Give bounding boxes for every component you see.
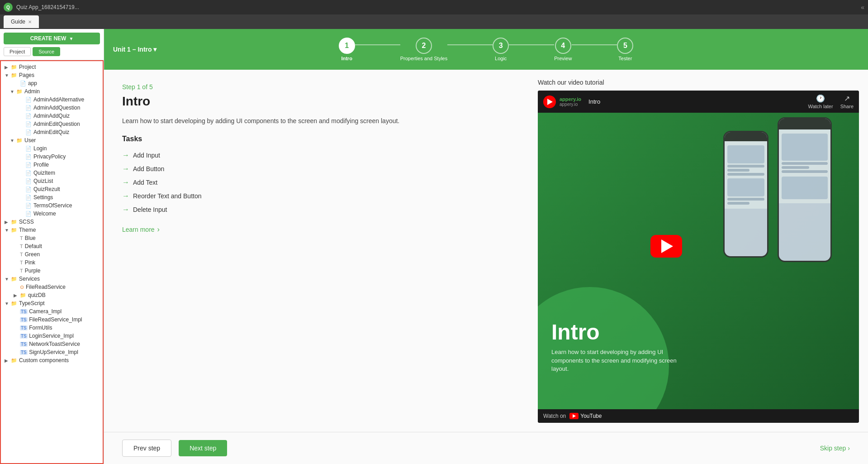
appery-label: appery.io [560,96,581,102]
step-label-1: Intro [341,56,352,61]
sidebar-item-services[interactable]: ▼ 📁 Services [1,275,103,283]
list-item[interactable]: ▶ 📁 quizDB [1,291,103,299]
steps-header: Unit 1 – Intro ▾ 1 Intro 2 Properties an… [104,29,868,70]
tab-close-icon[interactable]: ✕ [28,19,32,24]
list-item[interactable]: ▶📄AdminAddAlternative [1,96,103,104]
list-item[interactable]: ▶📄QuizList [1,177,103,185]
sidebar-item-admin[interactable]: ▼ 📁 Admin [1,87,103,96]
list-item[interactable]: ▶TS SignUpService_Impl [1,348,103,356]
step-connector [572,44,617,45]
list-item[interactable]: ▶📄Login [1,144,103,153]
watch-later-button[interactable]: 🕐 Watch later [808,94,833,109]
learn-more-link[interactable]: Learn more › [122,225,511,234]
sidebar-item-user[interactable]: ▼ 📁 User [1,136,103,144]
page-icon: 📄 [25,154,32,160]
video-bottom-bar: Watch on YouTube [538,409,859,423]
page-icon: 📄 [25,187,32,192]
list-item[interactable]: ▶TDefault [1,242,103,250]
guide-right: Watch our video tutorial appery.io apper… [529,70,868,432]
list-item[interactable]: ▶TS NetworkToastService [1,340,103,348]
sidebar-item-typescript[interactable]: ▼ 📁 TypeScript [1,299,103,307]
step-2[interactable]: 2 Properties and Styles [400,38,448,61]
list-item[interactable]: ▶📄AdminEditQuiz [1,128,103,136]
list-item[interactable]: ▶📄AdminEditQuestion [1,120,103,128]
play-button[interactable] [650,235,682,258]
step-3[interactable]: 3 Logic [493,38,509,61]
tasks-title: Tasks [122,135,511,143]
arrow-icon: ▶ [5,65,10,70]
list-item[interactable]: ▶📄Welcome [1,210,103,218]
step-connector [447,44,493,45]
sidebar-item-project[interactable]: ▶ 📁 Project [1,63,103,71]
guide-description: Learn how to start developing by adding … [122,116,511,126]
video-top-left: appery.io appery.io Intro [543,96,600,108]
list-item[interactable]: ▶TS Camera_Impl [1,307,103,316]
sidebar-item-app[interactable]: ▶ 📄 app [1,79,103,87]
phone-2 [778,117,832,262]
appery-sub: appery.io [560,102,581,107]
collapse-icon[interactable]: « [861,4,864,11]
arrow-icon: ▼ [10,89,15,94]
skip-step-button[interactable]: Skip step › [820,445,850,452]
step-label-3: Logic [495,56,507,61]
skip-step-label: Skip step [820,445,846,452]
step-1[interactable]: 1 Intro [339,38,355,61]
folder-icon: 📁 [20,292,26,298]
list-item[interactable]: ▶TBlue [1,234,103,242]
step-connector [509,44,554,45]
share-button[interactable]: ↗ Share [840,94,854,109]
list-item[interactable]: ▶TPink [1,258,103,267]
sidebar-item-theme[interactable]: ▼ 📁 Theme [1,226,103,234]
task-item-4: → Reorder Text and Button [122,189,511,203]
guide-title: Intro [122,94,511,109]
list-item[interactable]: ▶TGreen [1,250,103,258]
step-circle-1: 1 [339,38,355,54]
app-title: Quiz App_16824154719... [16,4,861,10]
ts-icon: TS [20,334,28,339]
play-icon [573,414,576,418]
step-circle-2: 2 [416,38,432,54]
list-item[interactable]: ▶📄AdminAddQuiz [1,112,103,120]
page-icon: 📄 [25,162,32,168]
page-icon: 📄 [25,178,32,184]
folder-icon: 📁 [11,276,17,282]
sidebar-item-scss[interactable]: ▶ 📁 SCSS [1,218,103,226]
list-item[interactable]: ▶📄PrivacyPolicy [1,153,103,161]
step-5[interactable]: 5 Tester [617,38,633,61]
arrow-icon: ▼ [5,228,10,233]
step-4[interactable]: 4 Preview [554,38,572,61]
create-new-button[interactable]: CREATE NEW ▼ [4,33,100,44]
prev-step-button[interactable]: Prev step [122,440,171,457]
list-item[interactable]: ▶TS LoginService_Impl [1,332,103,340]
sidebar-item-profile[interactable]: ▶📄Profile [1,161,103,169]
arrow-icon: ▶ [14,293,19,298]
ts-icon: TS [20,309,28,314]
list-item[interactable]: ▶📄TermsOfService [1,201,103,210]
video-container: appery.io appery.io Intro 🕐 Watch later [538,91,859,423]
overlay-desc: Learn how to start developing by adding … [551,348,678,373]
folder-icon: 📁 [11,227,17,233]
list-item[interactable]: ▶📄Settings [1,193,103,201]
next-step-button[interactable]: Next step [179,440,227,456]
phone-img [727,178,764,196]
list-item[interactable]: ▶TPurple [1,267,103,275]
source-tab-button[interactable]: Source [33,47,60,56]
page-icon: 📄 [25,203,32,209]
project-tab-button[interactable]: Project [4,47,31,56]
sidebar-item-custom-components[interactable]: ▶ 📁 Custom components [1,356,103,364]
video-main[interactable]: Intro Learn how to start developing by a… [538,113,859,409]
list-item[interactable]: ▶⊙FileReadService [1,283,103,291]
steps-wrapper: Unit 1 – Intro ▾ 1 Intro 2 Properties an… [104,38,868,61]
list-item[interactable]: ▶📄AdminAddQuestion [1,104,103,112]
list-item[interactable]: ▶📄QuizItem [1,169,103,177]
list-item[interactable]: ▶📄QuizRezult [1,185,103,193]
page-icon: 📄 [25,105,32,111]
video-section-title: Watch our video tutorial [538,79,859,86]
sidebar-item-pages[interactable]: ▼ 📁 Pages [1,71,103,79]
list-item[interactable]: ▶TS FileReadService_Impl [1,316,103,324]
task-item-5: → Delete Input [122,203,511,216]
list-item[interactable]: ▶TS FormUtils [1,324,103,332]
guide-tab[interactable]: Guide ✕ [4,15,39,28]
ts-icon: TS [20,342,28,347]
youtube-link[interactable]: YouTube [569,413,602,419]
